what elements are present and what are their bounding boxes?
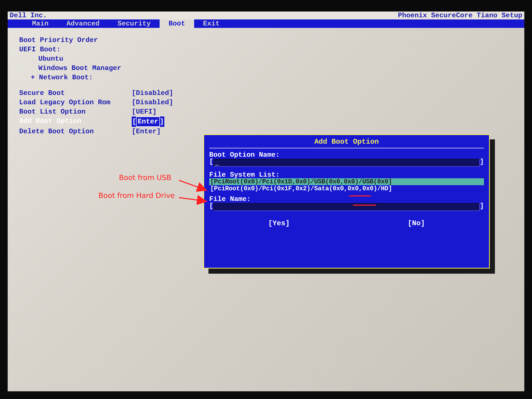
menu-bar: Main Advanced Security Boot Exit [8,19,524,28]
add-boot-option-dialog: Add Boot Option Boot Option Name: [ ] Fi… [203,134,490,269]
file-name-label: File Name: [209,196,484,203]
bios-header: Dell Inc. Phoenix SecureCore Tiano Setup [8,12,524,19]
fs-item-usb[interactable]: [PciRoot(0x0)/Pci(0x1D,0x0)/USB(0x0,0x0)… [209,178,484,185]
tab-main[interactable]: Main [23,19,57,28]
settings-list: Secure Boot [Disabled] Load Legacy Optio… [19,89,513,136]
boot-entry-windows[interactable]: Windows Boot Manager [19,63,513,73]
underline-usb [349,195,371,196]
boot-page: Boot Priority Order UEFI Boot: Ubuntu Wi… [8,28,524,144]
boot-option-name-input[interactable] [213,159,480,167]
setting-add-boot-option[interactable]: Add Boot Option [Enter] [19,116,513,127]
dialog-actions: [Yes] [No] [209,220,484,227]
arrow-usb-icon [178,178,214,193]
setting-load-legacy[interactable]: Load Legacy Option Rom [Disabled] [19,98,513,107]
uefi-boot-label: UEFI Boot: [19,45,513,54]
setting-boot-list-option[interactable]: Boot List Option [UEFI] [19,107,513,116]
underline-sata [353,205,376,206]
tab-security[interactable]: Security [108,19,160,28]
boot-option-name-label: Boot Option Name: [209,152,484,158]
dialog-title: Add Boot Option [209,138,484,148]
bios-screen: Dell Inc. Phoenix SecureCore Tiano Setup… [8,12,524,391]
bios-title: Phoenix SecureCore Tiano Setup [398,12,522,19]
setting-secure-boot[interactable]: Secure Boot [Disabled] [19,89,513,98]
file-system-list-label: File System List: [209,171,484,178]
file-system-list: [PciRoot(0x0)/Pci(0x1D,0x0)/USB(0x0,0x0)… [209,178,484,192]
arrow-hdd-icon [178,194,214,205]
annotation-hdd: Boot from Hard Drive [98,192,175,199]
network-boot-label[interactable]: + Network Boot: [19,73,513,82]
fs-item-sata[interactable]: [PciRoot(0x0)/Pci(0x1F,0x2)/Sata(0x0,0x0… [209,185,484,192]
yes-button[interactable]: [Yes] [263,220,295,227]
boot-priority-heading: Boot Priority Order [19,36,513,45]
no-button[interactable]: [No] [403,220,430,227]
annotation-usb: Boot from USB [119,174,171,181]
boot-entry-ubuntu[interactable]: Ubuntu [19,54,513,63]
svg-line-1 [179,198,207,201]
tab-boot[interactable]: Boot [160,19,194,28]
svg-line-0 [179,180,207,190]
file-name-input[interactable] [213,203,480,211]
vendor-label: Dell Inc. [10,12,47,19]
tab-advanced[interactable]: Advanced [57,19,108,28]
tab-exit[interactable]: Exit [194,19,229,28]
